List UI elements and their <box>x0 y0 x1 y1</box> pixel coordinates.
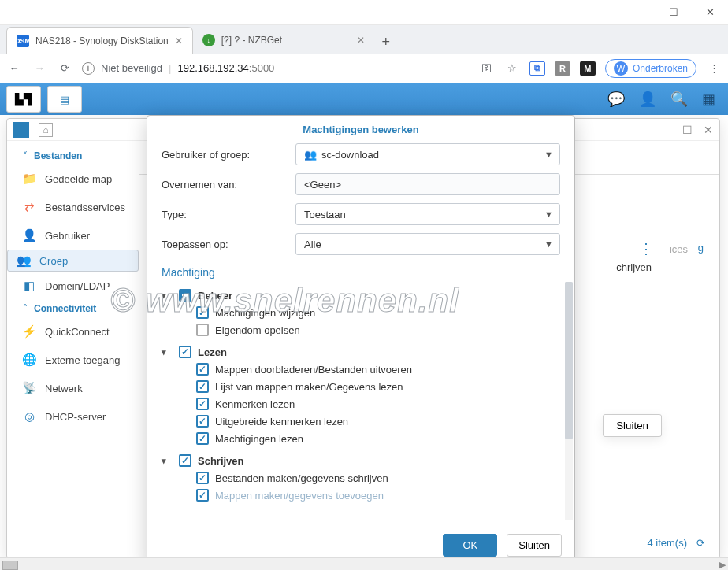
checkbox-icon[interactable] <box>179 346 191 358</box>
transfer-icon: ⇄ <box>21 199 37 215</box>
nav-reload-button[interactable]: ⟳ <box>57 62 72 74</box>
window-minimize[interactable]: — <box>619 0 656 25</box>
favicon-nzbget: ↓ <box>202 34 215 46</box>
checkbox-indeterminate-icon[interactable] <box>179 289 191 302</box>
tree-leaf[interactable]: Lijst van mappen maken/Gegevens lezen <box>162 378 565 395</box>
nav-back-button[interactable]: ← <box>6 62 22 74</box>
chevron-down-icon: ▼ <box>544 150 553 159</box>
browser-tab-nzbget[interactable]: ↓ [?] ? - NZBGet ✕ <box>193 27 374 54</box>
dsm-main-menu-icon[interactable]: ▙▜ <box>6 86 41 113</box>
tree-leaf[interactable]: Kenmerken lezen <box>162 395 565 413</box>
window-close-icon[interactable]: ✕ <box>704 124 713 136</box>
sidebar-item-external[interactable]: 🌐Externe toegang <box>7 346 139 374</box>
widgets-icon[interactable]: ▦ <box>702 91 715 108</box>
new-tab-button[interactable]: + <box>374 30 398 54</box>
tree-leaf[interactable]: Eigendom opeisen <box>162 321 565 339</box>
group-icon: 👥 <box>16 253 32 268</box>
checkbox-icon[interactable] <box>196 432 209 445</box>
extension-icon[interactable]: R <box>555 61 570 76</box>
browser-tab-strip: DSM NAS218 - Synology DiskStation ✕ ↓ [?… <box>0 25 728 54</box>
home-icon[interactable]: ⌂ <box>39 123 53 137</box>
refresh-icon[interactable]: ⟳ <box>696 537 705 549</box>
sidebar-item-fileservices[interactable]: ⇄Bestandsservices <box>7 193 139 221</box>
text-fragment: chrijven <box>616 261 652 273</box>
horizontal-scrollbar[interactable]: ▶ <box>0 557 728 570</box>
checkbox-icon[interactable] <box>196 398 209 410</box>
saved-password-icon[interactable]: ⚿ <box>479 62 495 74</box>
sidebar-category[interactable]: ˅Bestanden <box>7 147 139 165</box>
account-icon[interactable]: 👤 <box>639 91 656 108</box>
sidebar-item-shared[interactable]: 📁Gedeelde map <box>7 165 139 193</box>
nav-forward-button: → <box>32 62 47 74</box>
bolt-icon: ⚡ <box>21 324 37 339</box>
type-label: Type: <box>162 209 295 220</box>
extension-icon[interactable]: ⧉ <box>529 61 545 76</box>
notifications-icon[interactable]: 💬 <box>607 91 625 108</box>
user-label: Gebruiker of groep: <box>162 149 295 161</box>
checkbox-icon[interactable] <box>196 472 209 484</box>
window-maximize-icon[interactable]: ☐ <box>682 124 693 136</box>
window-titlebar: — ☐ ✕ <box>0 0 728 25</box>
checkbox-icon[interactable] <box>179 454 191 467</box>
type-select[interactable]: Toestaan ▼ <box>295 203 560 225</box>
close-icon[interactable]: ✕ <box>175 35 183 46</box>
tree-leaf[interactable]: Machtigingen lezen <box>162 430 565 447</box>
column-menu-icon[interactable]: ⋮ <box>639 240 653 257</box>
expand-icon[interactable]: ▾ <box>162 347 173 357</box>
tree-leaf[interactable]: Mappen doorbladeren/Bestanden uitvoeren <box>162 361 565 378</box>
site-info-icon[interactable]: i <box>82 62 95 75</box>
expand-icon[interactable]: ▾ <box>162 291 173 301</box>
tree-node-lezen[interactable]: ▾ Lezen <box>162 343 565 361</box>
node-label: Lezen <box>198 346 227 358</box>
checkbox-icon[interactable] <box>196 380 209 393</box>
chevron-down-icon: ▼ <box>544 239 553 249</box>
ok-button[interactable]: OK <box>443 534 497 557</box>
checkbox-icon[interactable] <box>196 415 209 428</box>
search-icon[interactable]: 🔍 <box>670 91 688 108</box>
sidebar-item-domain[interactable]: ◧Domein/LDAP <box>7 272 139 300</box>
dialog-title: Machtigingen bewerken <box>147 116 574 140</box>
checkbox-icon[interactable] <box>196 489 209 502</box>
tree-leaf[interactable]: Uitgebreide kenmerken lezen <box>162 413 565 430</box>
node-label: Beheer <box>198 290 232 302</box>
checkbox-icon[interactable] <box>196 363 209 376</box>
window-minimize-icon[interactable]: — <box>660 124 671 136</box>
tree-leaf[interactable]: Machtigingen wijzigen <box>162 304 565 321</box>
scrollbar-thumb[interactable] <box>565 282 573 439</box>
tab-title: [?] ? - NZBGet <box>221 35 282 46</box>
expand-icon[interactable]: ▾ <box>162 456 173 466</box>
sidebar-item-user[interactable]: 👤Gebruiker <box>7 221 139 250</box>
window-close[interactable]: ✕ <box>692 0 728 25</box>
sync-status[interactable]: W Onderbroken <box>605 59 696 78</box>
address-bar[interactable]: i Niet beveiligd | 192.168.192.34:5000 <box>82 62 470 75</box>
tree-leaf[interactable]: Bestanden maken/gegevens schrijven <box>162 469 565 487</box>
browser-menu-icon[interactable]: ⋮ <box>706 62 722 74</box>
close-button[interactable]: Sluiten <box>507 534 562 557</box>
permissions-dialog: Machtigingen bewerken Gebruiker of groep… <box>147 115 575 567</box>
sidebar-item-quickconnect[interactable]: ⚡QuickConnect <box>7 317 139 346</box>
apply-select[interactable]: Alle ▼ <box>295 233 560 255</box>
extension-icon[interactable]: M <box>580 61 596 76</box>
sidebar-item-network[interactable]: 📡Netwerk <box>7 374 139 402</box>
dsm-app-icon[interactable]: ▤ <box>47 86 82 113</box>
close-icon[interactable]: ✕ <box>357 35 365 46</box>
tree-node-schrijven[interactable]: ▾ Schrijven <box>162 452 565 469</box>
close-button-under[interactable]: Sluiten <box>603 414 662 437</box>
window-maximize[interactable]: ☐ <box>656 0 692 25</box>
control-panel-sidebar: ˅Bestanden 📁Gedeelde map ⇄Bestandsservic… <box>7 141 139 558</box>
scrollbar[interactable] <box>565 282 573 520</box>
browser-tab-dsm[interactable]: DSM NAS218 - Synology DiskStation ✕ <box>6 27 193 54</box>
tree-node-beheer[interactable]: ▾ Beheer <box>162 287 565 304</box>
user-icon: 👥 <box>304 149 317 161</box>
user-select[interactable]: 👥 sc-download ▼ <box>295 143 560 165</box>
sidebar-category[interactable]: ˄Connectiviteit <box>7 300 139 317</box>
sidebar-item-dhcp[interactable]: ◎DHCP-server <box>7 402 139 431</box>
sidebar-item-group[interactable]: 👥Groep <box>7 250 139 272</box>
bookmark-star-icon[interactable]: ☆ <box>504 62 520 74</box>
scroll-right-icon[interactable]: ▶ <box>719 560 726 570</box>
tree-leaf[interactable]: Mappen maken/gegevens toevoegen <box>162 487 565 504</box>
checkbox-icon[interactable] <box>196 306 209 319</box>
checkbox-icon[interactable] <box>196 324 209 336</box>
dsm-taskbar: ▙▜ ▤ 💬 👤 🔍 ▦ <box>0 83 728 115</box>
scrollbar-thumb[interactable] <box>2 561 18 570</box>
